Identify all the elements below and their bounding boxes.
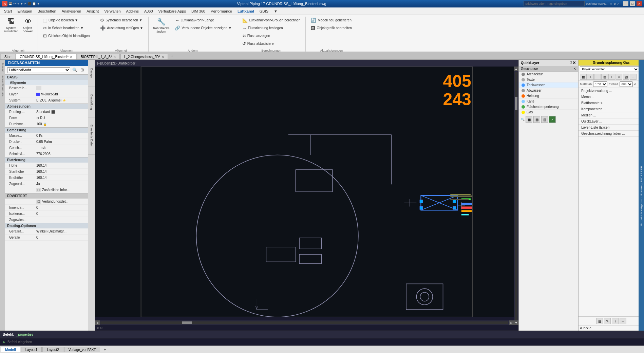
projekt-icon-list[interactable]: ☰ bbox=[594, 74, 601, 80]
section-platzierung[interactable]: Platzierung ▼ bbox=[5, 157, 95, 163]
section-bemessung[interactable]: Bemessung ▼ bbox=[5, 127, 95, 133]
proj-btn-minus[interactable]: ─ bbox=[620, 318, 626, 324]
btn-objekt-viewer[interactable]: 👁 Objekt-Viewer bbox=[21, 17, 35, 34]
section-routing[interactable]: Routing-Optionen ▼ bbox=[5, 223, 95, 228]
side-tab-darstellung[interactable]: Darstellung bbox=[88, 87, 95, 117]
ql-item-flaechentemp[interactable]: Flächentemperierung bbox=[519, 104, 578, 110]
projekt-icon-grid[interactable]: ▦ bbox=[580, 74, 587, 80]
verbindung-btn[interactable]: ☐ bbox=[36, 200, 41, 204]
ql-item-heizung[interactable]: Heizung bbox=[519, 93, 578, 99]
ql-geschosse-header[interactable]: Geschosse < bbox=[519, 66, 578, 72]
minimize-button[interactable]: ─ bbox=[623, 1, 628, 6]
tab-grundriss-close[interactable]: ✕ bbox=[70, 55, 73, 59]
close-button[interactable]: ✕ bbox=[637, 1, 642, 6]
btn-groessen[interactable]: 📐 Luftkanal/-rohr-Größen berechnen bbox=[240, 17, 303, 24]
projekt-einrichten-select[interactable]: Projekt einrichten bbox=[580, 67, 639, 72]
btn-in-schnitt[interactable]: ✂ In Schnitt bearbeiten ▼ bbox=[41, 24, 92, 32]
vscroll-track[interactable] bbox=[515, 72, 517, 320]
props-icon-btn1[interactable]: 🔍 bbox=[72, 67, 78, 73]
tab-obergeschoss[interactable]: L_2.Obergeschoss_2D* ✕ bbox=[120, 54, 168, 59]
ql-item-trinkwasser[interactable]: Trinkwasser bbox=[519, 82, 578, 88]
ql-close-btn[interactable]: ✕ bbox=[572, 60, 576, 65]
menu-start[interactable]: Start bbox=[1, 8, 15, 14]
proj-row-medien[interactable]: Medien ... bbox=[579, 112, 644, 118]
menu-a360[interactable]: A360 bbox=[141, 8, 156, 14]
bottom-tab-layout1[interactable]: Layout1 bbox=[21, 347, 42, 352]
ql-tool1[interactable]: ▦ bbox=[526, 116, 532, 123]
vscroll-down[interactable]: ▼ bbox=[514, 320, 518, 325]
btn-flussrichtung[interactable]: → Flussrichtung festlegen bbox=[240, 24, 303, 32]
ql-item-gas[interactable]: Gas bbox=[519, 110, 578, 115]
side-tab-erweiterte[interactable]: Erweiterte Daten bbox=[88, 117, 95, 155]
tab-obergeschoss-close[interactable]: ✕ bbox=[162, 55, 164, 59]
menu-luftkanal[interactable]: Luftkanal bbox=[235, 8, 257, 14]
section-abmessungen[interactable]: Abmessungen ▼ bbox=[5, 104, 95, 109]
side-tab-design[interactable]: Design bbox=[88, 60, 95, 87]
section-basis[interactable]: BASIS ▼ bbox=[5, 74, 95, 80]
bottom-tab-vorlage[interactable]: Vorlage_vonFAKT bbox=[64, 347, 100, 352]
cad-viewport[interactable]: Y X bbox=[95, 67, 518, 317]
pan-icon2[interactable]: ⊙ bbox=[100, 326, 103, 330]
ql-item-texte[interactable]: Texte bbox=[519, 77, 578, 82]
system-icon[interactable]: ⚡ bbox=[62, 99, 66, 102]
bottom-tab-modell[interactable]: Modell bbox=[1, 347, 20, 352]
proj-row-komponenten[interactable]: Komponenten ... bbox=[579, 106, 644, 112]
btn-gleiches-objekt[interactable]: ⊞ Gleiches Objekt hinzufügen bbox=[41, 32, 92, 39]
menu-addins[interactable]: Add-ins bbox=[124, 8, 141, 14]
hscroll-right[interactable]: ► bbox=[509, 320, 514, 325]
menu-beschriften[interactable]: Beschriften bbox=[35, 8, 59, 14]
projekt-icon-plus[interactable]: + bbox=[608, 74, 615, 80]
ql-tool2[interactable]: ▤ bbox=[533, 116, 540, 123]
masstab-expand[interactable]: < bbox=[634, 82, 636, 86]
vscroll-up[interactable]: ▲ bbox=[514, 67, 518, 71]
proj-row-projektverwaltung[interactable]: Projektverwaltung ... bbox=[579, 88, 644, 94]
masstab-select[interactable]: 1:50 bbox=[593, 81, 607, 87]
props-type-select[interactable]: Luftkanal/-rohr bbox=[7, 67, 70, 73]
ql-resize-btn[interactable]: □ bbox=[570, 60, 572, 65]
tab-start[interactable]: Start bbox=[1, 54, 15, 59]
search-input[interactable] bbox=[524, 1, 585, 6]
tab-add-button[interactable]: + bbox=[169, 53, 175, 59]
einheit-select[interactable]: mm bbox=[620, 81, 633, 87]
beschreib-btn[interactable]: … bbox=[36, 86, 41, 90]
tab-grundriss[interactable]: GRUNDRISS_Lüftung_Biosteril* ✕ bbox=[16, 54, 76, 59]
props-icon-btn2[interactable]: ⊞ bbox=[79, 67, 85, 73]
proj-row-blattformate[interactable]: Blattformate < bbox=[579, 100, 644, 106]
btn-objekte-isolieren[interactable]: ⬚ Objekte isolieren ▼ bbox=[41, 17, 92, 24]
tab-biosteril-close[interactable]: ✕ bbox=[113, 55, 116, 59]
menu-more[interactable]: ▼ bbox=[271, 8, 280, 14]
command-input[interactable] bbox=[7, 339, 641, 345]
proj-row-quicklayer[interactable]: QuickLayer ... bbox=[579, 118, 644, 125]
projekt-icon-circle[interactable]: ○ bbox=[587, 74, 594, 80]
maximize-button[interactable]: □ bbox=[630, 1, 635, 6]
proj-row-memo[interactable]: Memo ... bbox=[579, 94, 644, 100]
menu-performance[interactable]: Performance bbox=[208, 8, 235, 14]
projekt-icon-check[interactable]: ▧ bbox=[623, 74, 629, 80]
btn-ausstattung[interactable]: ➕ Ausstattung einfügen ▼ bbox=[98, 24, 146, 32]
zusaetzlich-btn[interactable]: ☐ bbox=[36, 188, 41, 192]
ql-item-abwasser[interactable]: Abwasser bbox=[519, 88, 578, 93]
btn-verbundene[interactable]: 🔗 Verbundene Objekte anzeigen ▼ bbox=[172, 24, 234, 32]
btn-fluss-aktualisieren[interactable]: ↺ Fluss aktualisieren bbox=[240, 40, 303, 47]
proj-row-layerliste[interactable]: Layer-Liste (Excel) bbox=[579, 125, 644, 131]
menu-verwalten[interactable]: Verwalten bbox=[101, 8, 123, 14]
vscroll-thumb[interactable] bbox=[515, 97, 517, 110]
hscroll-thumb[interactable] bbox=[182, 321, 192, 324]
btn-system-auswaehlen[interactable]: 🏗 Systemauswählen bbox=[2, 17, 20, 34]
btn-systemstil[interactable]: ⚙ Systemstil bearbeiten ▼ bbox=[98, 17, 146, 24]
btn-luftkanal-laenge[interactable]: ↔ Luftkanal/-rohr- Länge bbox=[172, 17, 234, 24]
hscroll-left[interactable]: ◄ bbox=[95, 320, 100, 325]
ql-tool4[interactable]: ✓ bbox=[549, 116, 556, 123]
canvas-hscroll[interactable]: ◄ ► bbox=[95, 320, 514, 325]
menu-gbis[interactable]: GBIS bbox=[257, 8, 271, 14]
bottom-tab-add[interactable]: + bbox=[101, 346, 109, 353]
projekt-icon-table[interactable]: ▤ bbox=[601, 74, 608, 80]
menu-bim360[interactable]: BIM 360 bbox=[189, 8, 208, 14]
proj-btn-edit[interactable]: ✎ bbox=[604, 318, 611, 324]
btn-fluss-anzeigen[interactable]: ≋ Fluss anzeigen bbox=[240, 32, 303, 39]
btn-modell-neu[interactable]: 🔄 Modell neu generieren bbox=[308, 17, 354, 24]
tab-biosteril[interactable]: BIOSTERIL_1_A_S* ✕ bbox=[77, 54, 120, 59]
proj-row-geschosszeichnung[interactable]: Geschosszeichnung laden ... bbox=[579, 131, 644, 137]
menu-verfuegbare[interactable]: Verfügbare Apps bbox=[156, 8, 189, 14]
projekt-nav-vertical-label[interactable]: Projekt-Navigator - Planung BIOSTERIL bbox=[639, 60, 644, 331]
